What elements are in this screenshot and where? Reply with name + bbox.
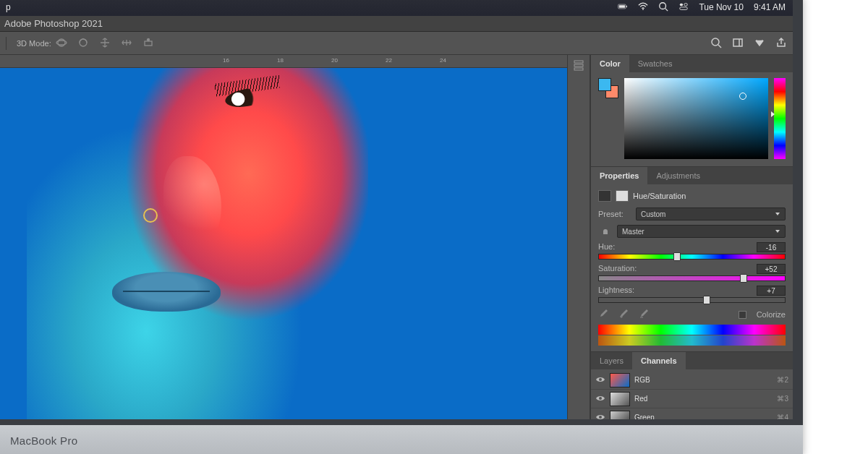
app-title: Adobe Photoshop 2021: [4, 18, 103, 29]
svg-point-22: [599, 397, 602, 400]
colorize-label: Colorize: [757, 310, 786, 319]
battery-icon[interactable]: [618, 1, 628, 14]
visibility-icon[interactable]: [595, 395, 605, 403]
svg-rect-16: [733, 39, 742, 46]
preset-label: Preset:: [598, 210, 631, 218]
svg-rect-6: [680, 3, 683, 6]
wifi-icon[interactable]: [638, 1, 648, 14]
color-field[interactable]: [624, 78, 768, 159]
channel-row[interactable]: Green ⌘4: [591, 408, 793, 419]
channel-thumb: [610, 392, 630, 406]
preset-select[interactable]: Custom: [636, 207, 786, 220]
eyedropper-subtract-icon[interactable]: [639, 309, 649, 320]
hue-marker: [771, 111, 775, 117]
svg-point-23: [599, 416, 602, 419]
svg-rect-8: [680, 7, 688, 9]
channel-row[interactable]: RGB ⌘2: [591, 371, 793, 390]
lightness-slider[interactable]: [598, 297, 786, 303]
history-icon[interactable]: [572, 59, 585, 75]
saturation-label: Saturation:: [598, 264, 637, 274]
color-range-select[interactable]: Master: [617, 225, 786, 238]
hue-value[interactable]: -16: [757, 242, 786, 252]
svg-line-5: [665, 8, 668, 11]
laptop-model-label: MacBook Pro: [10, 434, 77, 447]
ruler-horizontal[interactable]: 16 18 20 22 24: [0, 55, 567, 68]
svg-point-3: [643, 9, 644, 10]
eyedropper-add-icon[interactable]: [618, 309, 629, 320]
app-titlebar: Adobe Photoshop 2021: [0, 16, 793, 32]
lightness-thumb[interactable]: [703, 296, 710, 304]
menubar-time[interactable]: 9:41 AM: [754, 2, 786, 12]
tab-channels[interactable]: Channels: [632, 352, 686, 369]
tab-adjustments[interactable]: Adjustments: [647, 167, 709, 184]
control-center-icon[interactable]: [678, 1, 689, 14]
mask-thumb-icon[interactable]: [616, 190, 629, 202]
svg-point-4: [660, 2, 666, 9]
share-icon[interactable]: [775, 37, 787, 50]
colorize-checkbox[interactable]: [739, 311, 746, 319]
laptop-chin: MacBook Pro: [0, 425, 803, 454]
adjustment-title: Hue/Saturation: [633, 192, 686, 200]
adjustment-icon: [598, 190, 611, 202]
hue-label: Hue:: [598, 242, 615, 252]
options-divider: [6, 37, 7, 50]
saturation-value[interactable]: +52: [757, 264, 786, 274]
fg-color[interactable]: [598, 78, 611, 91]
svg-rect-2: [626, 5, 627, 7]
svg-rect-7: [684, 3, 687, 6]
svg-rect-18: [574, 61, 583, 63]
channel-thumb: [610, 411, 630, 420]
tab-layers[interactable]: Layers: [591, 352, 632, 369]
workspace-chevron-icon[interactable]: [754, 37, 765, 50]
workspace-icon[interactable]: [732, 37, 744, 50]
saturation-slider[interactable]: [598, 275, 786, 281]
input-color-ramp: [598, 325, 786, 335]
svg-rect-19: [574, 64, 583, 67]
svg-rect-12: [145, 41, 152, 46]
3d-slide-icon[interactable]: [121, 37, 132, 50]
3d-mode-label: 3D Mode:: [17, 39, 51, 48]
3d-pan-icon[interactable]: [99, 37, 111, 50]
options-bar: 3D Mode:: [0, 32, 793, 55]
visibility-icon[interactable]: [595, 414, 605, 420]
3d-orbit-icon[interactable]: [56, 37, 67, 50]
visibility-icon[interactable]: [595, 376, 605, 385]
saturation-thumb[interactable]: [740, 274, 747, 283]
targeted-adjust-icon[interactable]: [598, 226, 613, 236]
svg-point-21: [599, 378, 602, 381]
lightness-label: Lightness:: [598, 286, 634, 296]
svg-line-15: [718, 45, 721, 48]
laptop-frame: p Tue Nov 10 9:41 AM Adobe Photoshop 202…: [0, 0, 803, 454]
menubar-date[interactable]: Tue Nov 10: [699, 2, 744, 12]
tab-swatches[interactable]: Swatches: [629, 55, 681, 72]
hue-strip[interactable]: [774, 78, 786, 159]
document-canvas[interactable]: [0, 68, 567, 419]
lightness-value[interactable]: +7: [757, 286, 786, 296]
svg-point-13: [147, 38, 149, 40]
eyedropper-icon[interactable]: [598, 309, 608, 320]
mac-menubar: p Tue Nov 10 9:41 AM: [0, 0, 793, 16]
svg-rect-20: [574, 68, 583, 70]
spotlight-icon[interactable]: [658, 1, 668, 14]
fg-bg-swatch[interactable]: [598, 78, 618, 98]
app-menu-trunc[interactable]: p: [6, 2, 11, 12]
screen: p Tue Nov 10 9:41 AM Adobe Photoshop 202…: [0, 0, 793, 419]
hue-thumb[interactable]: [673, 252, 681, 261]
hue-slider[interactable]: [598, 254, 786, 260]
collapsed-panel-dock: [567, 55, 590, 419]
svg-point-14: [712, 38, 719, 46]
search-icon[interactable]: [710, 37, 722, 50]
tab-color[interactable]: Color: [591, 55, 629, 72]
output-color-ramp: [598, 335, 786, 346]
photo-content: [0, 68, 567, 419]
3d-scale-icon[interactable]: [142, 37, 154, 50]
color-panel: Color Swatches: [591, 55, 793, 167]
panels-column: Color Swatches: [590, 55, 793, 419]
3d-roll-icon[interactable]: [77, 37, 89, 50]
channel-row[interactable]: Red ⌘3: [591, 390, 793, 408]
canvas-area: 16 18 20 22 24: [0, 55, 567, 419]
channel-thumb: [610, 373, 630, 387]
color-picker-cursor: [739, 93, 746, 100]
svg-rect-1: [619, 5, 625, 8]
tab-properties[interactable]: Properties: [591, 167, 647, 184]
